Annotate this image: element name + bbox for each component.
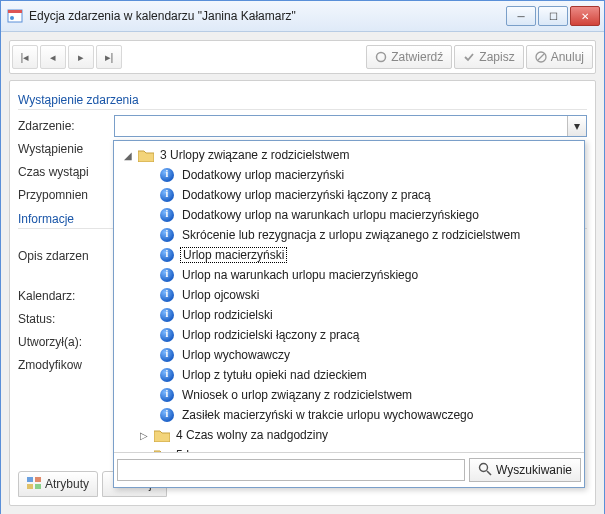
tree-leaf-label: Wniosek o urlop związany z rodzicielstwe…: [180, 388, 414, 402]
window-title: Edycja zdarzenia w kalendarzu "Janina Ka…: [29, 9, 504, 23]
tree-leaf[interactable]: Skrócenie lub rezygnacja z urlopu związa…: [116, 225, 582, 245]
info-icon: [160, 248, 174, 262]
titlebar: Edycja zdarzenia w kalendarzu "Janina Ka…: [1, 1, 604, 32]
svg-line-11: [487, 471, 491, 475]
tab-attributes[interactable]: Atrybuty: [18, 471, 98, 497]
info-icon: [160, 308, 174, 322]
content-area: |◂ ◂ ▸ ▸| Zatwierdź Zapisz Anuluj Wystąp…: [1, 32, 604, 514]
info-icon: [160, 328, 174, 342]
svg-rect-8: [27, 484, 33, 489]
svg-rect-7: [35, 477, 41, 482]
label-status: Status:: [18, 312, 114, 326]
nav-first-button[interactable]: |◂: [12, 45, 38, 69]
close-button[interactable]: ✕: [570, 6, 600, 26]
tree-leaf[interactable]: Wniosek o urlop związany z rodzicielstwe…: [116, 385, 582, 405]
label-reminder: Przypomnien: [18, 188, 114, 202]
cancel-button[interactable]: Anuluj: [526, 45, 593, 69]
section-occurrence: Wystąpienie zdarzenia: [18, 89, 587, 110]
info-icon: [160, 408, 174, 422]
svg-rect-9: [35, 484, 41, 489]
tree-leaf-label: Urlop macierzyński: [180, 247, 287, 263]
chevron-down-icon[interactable]: ▾: [567, 116, 586, 136]
tree-leaf[interactable]: Urlop z tytułu opieki nad dzieckiem: [116, 365, 582, 385]
tree-folder-5[interactable]: ▷ 5 Inne: [116, 445, 582, 452]
cancel-icon: [535, 51, 547, 63]
circle-icon: [375, 51, 387, 63]
label-time: Czas wystąpi: [18, 165, 114, 179]
svg-rect-6: [27, 477, 33, 482]
svg-line-5: [538, 54, 544, 60]
expand-icon[interactable]: ▷: [138, 430, 150, 441]
svg-point-2: [10, 16, 14, 20]
tree-leaf-label: Dodatkowy urlop macierzyński: [180, 168, 346, 182]
label-modified: Zmodyfikow: [18, 358, 114, 372]
event-dropdown-popup: ◢ 3 Urlopy związane z rodzicielstwem Dod…: [113, 140, 585, 488]
cancel-label: Anuluj: [551, 50, 584, 64]
folder-icon: [138, 149, 154, 162]
info-icon: [160, 288, 174, 302]
tree-leaf-label: Zasiłek macierzyński w trakcie urlopu wy…: [180, 408, 475, 422]
label-desc: Opis zdarzen: [18, 249, 114, 263]
app-icon: [7, 8, 23, 24]
tree-leaf-label: Dodatkowy urlop na warunkach urlopu maci…: [180, 208, 481, 222]
folder3-label: 3 Urlopy związane z rodzicielstwem: [158, 148, 351, 162]
tab-attributes-label: Atrybuty: [45, 477, 89, 491]
nav-last-button[interactable]: ▸|: [96, 45, 122, 69]
info-icon: [160, 268, 174, 282]
label-calendar: Kalendarz:: [18, 289, 114, 303]
search-bar: Wyszukiwanie: [114, 452, 584, 487]
tree-leaf-label: Urlop z tytułu opieki nad dzieckiem: [180, 368, 369, 382]
toolbar: |◂ ◂ ▸ ▸| Zatwierdź Zapisz Anuluj: [9, 40, 596, 74]
event-combo[interactable]: ▾: [114, 115, 587, 137]
tree-leaf[interactable]: Dodatkowy urlop macierzyński: [116, 165, 582, 185]
search-label: Wyszukiwanie: [496, 463, 572, 477]
tree-leaf[interactable]: Urlop macierzyński: [116, 245, 582, 265]
search-button[interactable]: Wyszukiwanie: [469, 458, 581, 482]
window: Edycja zdarzenia w kalendarzu "Janina Ka…: [0, 0, 605, 514]
window-buttons: ─ ☐ ✕: [504, 6, 600, 26]
info-icon: [160, 168, 174, 182]
minimize-button[interactable]: ─: [506, 6, 536, 26]
tree-folder-3[interactable]: ◢ 3 Urlopy związane z rodzicielstwem: [116, 145, 582, 165]
nav-prev-button[interactable]: ◂: [40, 45, 66, 69]
tree-leaf-label: Urlop wychowawczy: [180, 348, 292, 362]
tree-leaf[interactable]: Dodatkowy urlop na warunkach urlopu maci…: [116, 205, 582, 225]
nav-next-button[interactable]: ▸: [68, 45, 94, 69]
tree-leaf[interactable]: Urlop rodzicielski łączony z pracą: [116, 325, 582, 345]
label-created: Utworzył(a):: [18, 335, 114, 349]
search-input[interactable]: [117, 459, 465, 481]
confirm-label: Zatwierdź: [391, 50, 443, 64]
info-icon: [160, 388, 174, 402]
tree-leaf[interactable]: Urlop na warunkach urlopu macierzyńskieg…: [116, 265, 582, 285]
folder-icon: [154, 429, 170, 442]
check-icon: [463, 51, 475, 63]
tree-view[interactable]: ◢ 3 Urlopy związane z rodzicielstwem Dod…: [114, 141, 584, 452]
tree-leaf-label: Urlop rodzicielski łączony z pracą: [180, 328, 361, 342]
tree-leaf-label: Urlop ojcowski: [180, 288, 261, 302]
label-occurrence: Wystąpienie: [18, 142, 114, 156]
tree-leaf[interactable]: Urlop ojcowski: [116, 285, 582, 305]
info-icon: [160, 208, 174, 222]
confirm-button[interactable]: Zatwierdź: [366, 45, 452, 69]
tree-folder-4[interactable]: ▷ 4 Czas wolny za nadgodziny: [116, 425, 582, 445]
label-event: Zdarzenie:: [18, 119, 114, 133]
info-icon: [160, 188, 174, 202]
tree-leaf-label: Skrócenie lub rezygnacja z urlopu związa…: [180, 228, 522, 242]
tree-leaf[interactable]: Zasiłek macierzyński w trakcie urlopu wy…: [116, 405, 582, 425]
info-icon: [160, 348, 174, 362]
collapse-icon[interactable]: ◢: [122, 150, 134, 161]
tree-leaf-label: Urlop na warunkach urlopu macierzyńskieg…: [180, 268, 420, 282]
info-icon: [160, 228, 174, 242]
tree-leaf-label: Dodatkowy urlop macierzyński łączony z p…: [180, 188, 433, 202]
maximize-button[interactable]: ☐: [538, 6, 568, 26]
magnifier-icon: [478, 462, 492, 479]
save-label: Zapisz: [479, 50, 514, 64]
info-icon: [160, 368, 174, 382]
svg-point-10: [480, 463, 488, 471]
grid-icon: [27, 477, 41, 492]
tree-leaf[interactable]: Dodatkowy urlop macierzyński łączony z p…: [116, 185, 582, 205]
tree-leaf[interactable]: Urlop wychowawczy: [116, 345, 582, 365]
svg-point-3: [377, 53, 386, 62]
tree-leaf[interactable]: Urlop rodzicielski: [116, 305, 582, 325]
save-button[interactable]: Zapisz: [454, 45, 523, 69]
